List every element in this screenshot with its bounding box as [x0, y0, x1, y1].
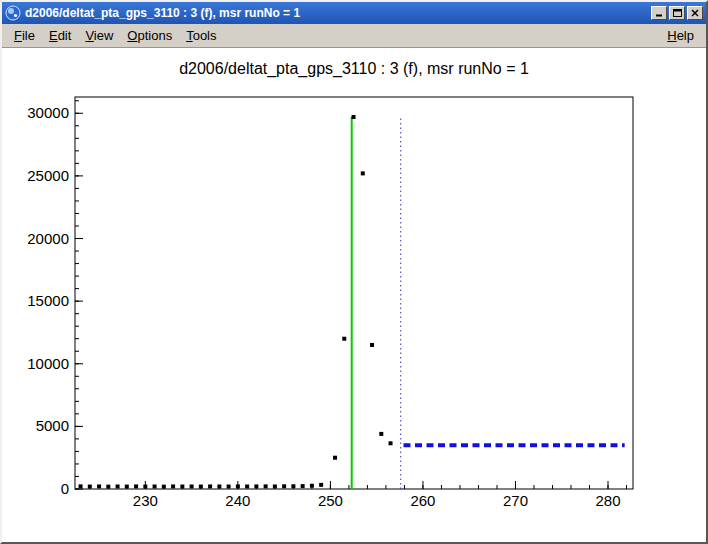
data-point — [208, 484, 212, 488]
data-point — [389, 441, 393, 445]
x-tick-label: 280 — [595, 492, 620, 509]
close-icon — [691, 9, 699, 17]
data-point — [106, 485, 110, 489]
data-point — [180, 485, 184, 489]
data-point — [282, 484, 286, 488]
data-point — [134, 484, 138, 488]
app-icon — [5, 5, 21, 21]
data-point — [153, 484, 157, 488]
menu-edit[interactable]: Edit — [42, 26, 78, 45]
data-point — [379, 432, 383, 436]
minimize-button[interactable] — [651, 6, 667, 20]
minimize-icon — [655, 9, 663, 17]
data-point — [190, 484, 194, 488]
data-point — [97, 484, 101, 488]
data-point — [310, 484, 314, 488]
window-title: d2006/deltat_pta_gps_3110 : 3 (f), msr r… — [25, 6, 647, 20]
data-point — [116, 484, 120, 488]
data-point — [273, 484, 277, 488]
maximize-button[interactable] — [669, 6, 685, 20]
data-point — [79, 484, 83, 488]
data-point — [319, 483, 323, 487]
menu-options[interactable]: Options — [120, 26, 179, 45]
data-point — [291, 484, 295, 488]
y-tick-label: 30000 — [27, 104, 69, 121]
app-window: d2006/deltat_pta_gps_3110 : 3 (f), msr r… — [0, 0, 708, 544]
x-tick-label: 270 — [503, 492, 528, 509]
data-point — [245, 484, 249, 488]
y-tick-label: 5000 — [36, 417, 69, 434]
data-point — [301, 484, 305, 488]
data-point — [264, 484, 268, 488]
data-point — [352, 115, 356, 119]
titlebar[interactable]: d2006/deltat_pta_gps_3110 : 3 (f), msr r… — [2, 2, 706, 24]
y-tick-label: 10000 — [27, 355, 69, 372]
window-controls — [651, 6, 703, 20]
x-tick-label: 230 — [133, 492, 158, 509]
plot-frame — [75, 97, 633, 489]
data-point — [125, 485, 129, 489]
menu-view[interactable]: View — [78, 26, 120, 45]
maximize-icon — [673, 9, 682, 17]
data-point — [227, 485, 231, 489]
data-point — [342, 337, 346, 341]
x-tick-label: 250 — [318, 492, 343, 509]
y-tick-label: 25000 — [27, 167, 69, 184]
menu-tools[interactable]: Tools — [179, 26, 223, 45]
data-point — [333, 456, 337, 460]
menu-file[interactable]: File — [7, 26, 42, 45]
x-tick-label: 260 — [410, 492, 435, 509]
data-point — [199, 485, 203, 489]
data-point — [143, 485, 147, 489]
close-button[interactable] — [687, 6, 703, 20]
data-point — [236, 484, 240, 488]
data-point — [370, 343, 374, 347]
menu-help[interactable]: Help — [660, 26, 701, 45]
menubar: File Edit View Options Tools Help — [2, 24, 706, 48]
data-point — [361, 171, 365, 175]
data-point — [171, 484, 175, 488]
data-point — [162, 485, 166, 489]
plot-svg[interactable]: 2302402502602702800500010000150002000025… — [4, 48, 704, 540]
data-point — [254, 484, 258, 488]
data-point — [88, 485, 92, 489]
plot-canvas: d2006/deltat_pta_gps_3110 : 3 (f), msr r… — [2, 48, 706, 542]
y-tick-label: 20000 — [27, 230, 69, 247]
y-tick-label: 0 — [61, 480, 69, 497]
y-tick-label: 15000 — [27, 292, 69, 309]
x-tick-label: 240 — [225, 492, 250, 509]
data-point — [217, 484, 221, 488]
